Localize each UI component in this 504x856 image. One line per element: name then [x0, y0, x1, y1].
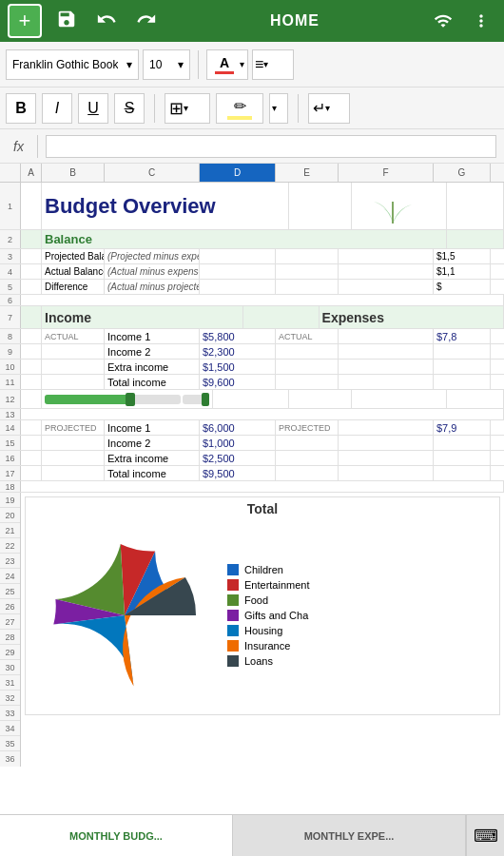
cell-e12[interactable]	[289, 390, 352, 408]
cell-e14[interactable]: PROJECTED	[276, 420, 339, 435]
cell-e11[interactable]	[276, 375, 339, 389]
col-header-a[interactable]: A	[21, 164, 42, 182]
col-header-f[interactable]: F	[339, 164, 434, 182]
overflow-button[interactable]	[466, 6, 496, 36]
cell-e15[interactable]	[276, 436, 339, 450]
cell-d3[interactable]	[200, 249, 276, 263]
cell-a4[interactable]	[21, 264, 42, 279]
cell-b14[interactable]: PROJECTED	[42, 420, 105, 435]
col-header-e[interactable]: E	[276, 164, 339, 182]
cell-a15[interactable]	[21, 436, 42, 450]
col-header-d[interactable]: D	[200, 164, 276, 182]
cell-f1[interactable]	[352, 183, 447, 229]
text-color-button[interactable]: A ▾	[206, 49, 248, 80]
cell-row13[interactable]	[21, 409, 504, 419]
align-button[interactable]: ≡ ▾	[252, 49, 294, 80]
cell-a16[interactable]	[21, 451, 42, 465]
cell-d14[interactable]: $6,000	[200, 420, 276, 435]
cell-b5[interactable]: Difference	[42, 280, 105, 294]
cell-c15[interactable]: Income 2	[105, 436, 200, 450]
cell-b3[interactable]: Projected Balance	[42, 249, 105, 263]
col-header-b[interactable]: B	[42, 164, 105, 182]
cell-g15[interactable]	[434, 436, 491, 450]
highlight-dropdown-arrow[interactable]: ▾	[272, 103, 277, 113]
cell-c11[interactable]: Total income	[105, 375, 200, 389]
cell-d8[interactable]: $5,800	[200, 329, 276, 343]
cell-c9[interactable]: Income 2	[105, 344, 200, 359]
cell-d17[interactable]: $9,500	[200, 466, 276, 480]
borders-dropdown[interactable]: ▾	[184, 103, 188, 113]
cell-a3[interactable]	[21, 249, 42, 263]
italic-button[interactable]: I	[42, 93, 72, 124]
cell-a14[interactable]	[21, 420, 42, 435]
cell-d7[interactable]	[243, 306, 320, 328]
undo-button[interactable]	[91, 6, 122, 36]
cell-d15[interactable]: $1,000	[200, 436, 276, 450]
cell-g1[interactable]	[447, 183, 504, 229]
cell-row6[interactable]	[21, 295, 504, 305]
col-header-g[interactable]: G	[434, 164, 491, 182]
align-dropdown[interactable]: ▾	[263, 59, 268, 69]
cell-b15[interactable]	[42, 436, 105, 450]
cell-a9[interactable]	[21, 344, 42, 359]
cell-g10[interactable]	[434, 360, 491, 374]
highlight-dropdown[interactable]: ▾	[269, 93, 288, 124]
cell-a5[interactable]	[21, 280, 42, 294]
cell-g9[interactable]	[434, 344, 491, 359]
cell-g4[interactable]: $1,1	[434, 264, 491, 279]
cell-a1[interactable]	[21, 183, 42, 229]
cell-e10[interactable]	[276, 360, 339, 374]
cell-b16[interactable]	[42, 451, 105, 465]
cell-e5[interactable]	[276, 280, 339, 294]
cell-f11[interactable]	[339, 375, 434, 389]
cell-c3[interactable]: (Projected minus expenses)	[105, 249, 200, 263]
cell-e8[interactable]: ACTUAL	[276, 329, 339, 343]
cell-b11[interactable]	[42, 375, 105, 389]
formula-input[interactable]	[46, 135, 496, 158]
cell-d16[interactable]: $2,500	[200, 451, 276, 465]
cell-d9[interactable]: $2,300	[200, 344, 276, 359]
cell-e17[interactable]	[276, 466, 339, 480]
cell-g12[interactable]	[447, 390, 504, 408]
cell-balance-label[interactable]: Balance	[42, 230, 447, 248]
font-name-selector[interactable]: Franklin Gothic Book ▾	[6, 49, 139, 80]
tab-monthly-expenses[interactable]: MONTHLY EXPE...	[233, 815, 466, 856]
cell-e4[interactable]	[276, 264, 339, 279]
cell-e16[interactable]	[276, 451, 339, 465]
strikethrough-button[interactable]: S	[114, 93, 145, 124]
underline-button[interactable]: U	[78, 93, 108, 124]
cell-g11[interactable]	[434, 375, 491, 389]
cell-b17[interactable]	[42, 466, 105, 480]
borders-button[interactable]: ⊞ ▾	[165, 93, 210, 124]
redo-button[interactable]	[131, 6, 162, 36]
cell-row18[interactable]	[21, 481, 504, 492]
cell-b4[interactable]: Actual Balance	[42, 264, 105, 279]
cell-f12[interactable]	[352, 390, 447, 408]
cell-f14[interactable]	[339, 420, 434, 435]
cell-f15[interactable]	[339, 436, 434, 450]
cell-a10[interactable]	[21, 360, 42, 374]
cell-g16[interactable]	[434, 451, 491, 465]
cell-f3[interactable]	[339, 249, 434, 263]
cell-g14[interactable]: $7,9	[434, 420, 491, 435]
cell-c14[interactable]: Income 1	[105, 420, 200, 435]
bold-button[interactable]: B	[6, 93, 36, 124]
cell-f16[interactable]	[339, 451, 434, 465]
keyboard-icon[interactable]: ⌨	[466, 815, 504, 856]
cell-f10[interactable]	[339, 360, 434, 374]
cell-c5[interactable]: (Actual minus projected)	[105, 280, 200, 294]
cell-d11[interactable]: $9,600	[200, 375, 276, 389]
cell-expenses-label[interactable]: Expenses	[320, 306, 504, 328]
cell-f9[interactable]	[339, 344, 434, 359]
cell-g17[interactable]	[434, 466, 491, 480]
cell-g5[interactable]: $	[434, 280, 491, 294]
font-size-selector[interactable]: 10 ▾	[143, 49, 190, 80]
text-color-dropdown[interactable]: ▾	[240, 59, 244, 69]
cell-b10[interactable]	[42, 360, 105, 374]
cell-e9[interactable]	[276, 344, 339, 359]
cell-income-label[interactable]: Income	[42, 306, 243, 328]
font-size-dropdown-arrow[interactable]: ▾	[178, 58, 184, 71]
cell-a7[interactable]	[21, 306, 42, 328]
cell-f8[interactable]	[339, 329, 434, 343]
cell-c8[interactable]: Income 1	[105, 329, 200, 343]
